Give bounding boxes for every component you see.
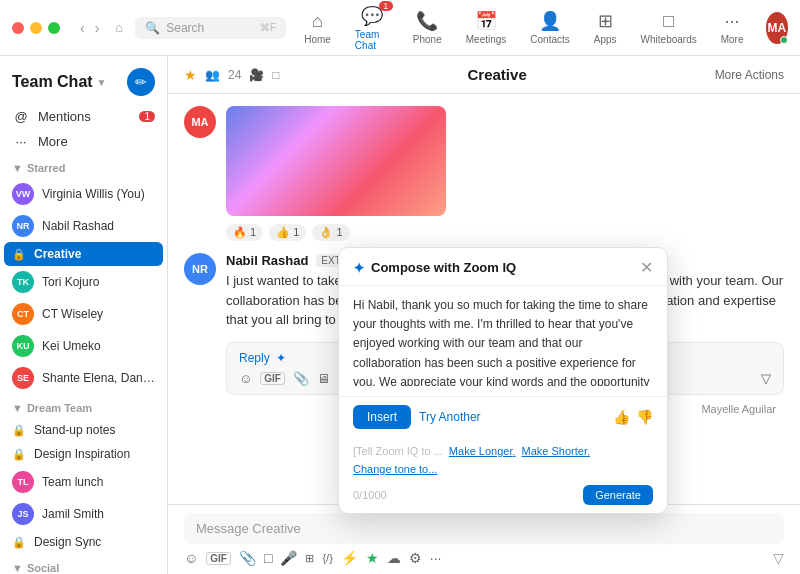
design-insp-lock-icon: 🔒 xyxy=(12,448,26,461)
counter-button[interactable]: ⊞ xyxy=(305,552,314,565)
thumbs-up-icon[interactable]: 👍 xyxy=(613,409,630,425)
screenshot-button[interactable]: □ xyxy=(264,550,272,566)
nav-meetings[interactable]: 📅 Meetings xyxy=(456,6,517,49)
suggestion-change-tone[interactable]: Change tone to... xyxy=(353,463,437,475)
sidebar-header: Team Chat ▼ ✏ xyxy=(0,56,167,104)
avatar-initials: MA xyxy=(767,21,786,35)
zoom-iq-header: ✦ Compose with Zoom IQ ✕ xyxy=(339,248,667,286)
cloud-button[interactable]: ☁ xyxy=(387,550,401,566)
star-icon[interactable]: ★ xyxy=(184,67,197,83)
reply-clip-icon[interactable]: 📎 xyxy=(293,371,309,386)
zoom-iq-input-row: 0/1000 Generate xyxy=(339,481,667,513)
nav-more[interactable]: ··· More xyxy=(711,7,754,49)
nav-apps[interactable]: ⊞ Apps xyxy=(584,6,627,49)
sidebar-item-design-inspiration[interactable]: 🔒 Design Inspiration xyxy=(0,442,167,466)
mentions-icon: @ xyxy=(12,109,30,124)
sidebar-item-virginia[interactable]: VW Virginia Willis (You) xyxy=(0,178,167,210)
gif-button[interactable]: GIF xyxy=(206,552,231,565)
settings-button[interactable]: ⚙ xyxy=(409,550,422,566)
code-button[interactable]: {/} xyxy=(322,552,332,564)
more-button[interactable]: ··· xyxy=(430,550,442,566)
team-lunch-name: Team lunch xyxy=(42,475,103,489)
sidebar-item-team-lunch[interactable]: TL Team lunch xyxy=(0,466,167,498)
standup-name: Stand-up notes xyxy=(34,423,115,437)
sidebar-item-creative[interactable]: 🔒 Creative xyxy=(4,242,163,266)
sidebar-section-social[interactable]: ▼ Social xyxy=(0,554,167,574)
sidebar-section-starred[interactable]: ▼ Starred xyxy=(0,154,167,178)
suggestion-make-shorter[interactable]: Make Shorter xyxy=(522,445,590,457)
reply-sparkle-icon: ✦ xyxy=(276,351,286,365)
sidebar-item-more[interactable]: ··· More xyxy=(0,129,167,154)
sidebar-item-design-sync[interactable]: 🔒 Design Sync xyxy=(0,530,167,554)
kei-avatar: KU xyxy=(12,335,34,357)
reply-gif-btn[interactable]: GIF xyxy=(260,372,285,385)
sidebar-item-nabil[interactable]: NR Nabil Rashad xyxy=(0,210,167,242)
nav-whiteboards-label: Whiteboards xyxy=(641,34,697,45)
reply-filter-icon[interactable]: ▽ xyxy=(761,371,771,386)
sidebar-title-chevron-icon: ▼ xyxy=(97,77,107,88)
try-another-button[interactable]: Try Another xyxy=(419,410,481,424)
format-button[interactable]: ▽ xyxy=(773,550,784,566)
online-status-badge xyxy=(780,36,788,44)
char-count: 0/1000 xyxy=(353,489,387,501)
creative-name: Creative xyxy=(34,247,81,261)
thumbs-down-icon[interactable]: 👎 xyxy=(636,409,653,425)
design-inspiration-name: Design Inspiration xyxy=(34,447,130,461)
maximize-button[interactable] xyxy=(48,22,60,34)
reaction-thumbs[interactable]: 👍 1 xyxy=(269,224,306,241)
sidebar-title-container[interactable]: Team Chat ▼ xyxy=(12,73,107,91)
reaction-fire[interactable]: 🔥 1 xyxy=(226,224,263,241)
reply-screen-icon[interactable]: 🖥 xyxy=(317,371,330,386)
compose-button[interactable]: ✏ xyxy=(127,68,155,96)
sidebar-item-jamil[interactable]: JS Jamil Smith xyxy=(0,498,167,530)
zoom-logo-button[interactable]: ⌂ xyxy=(111,18,127,37)
chat-header-left: ★ 👥 24 🎥 □ xyxy=(184,67,280,83)
more-actions-button[interactable]: More Actions xyxy=(715,68,784,82)
search-bar[interactable]: 🔍 Search ⌘F xyxy=(135,17,286,39)
kei-name: Kei Umeko xyxy=(42,339,101,353)
nav-team-chat[interactable]: 💬 Team Chat 1 xyxy=(345,1,399,55)
zoom-iq-actions: Insert Try Another 👍 👎 xyxy=(339,396,667,437)
reply-smiley-icon[interactable]: ☺ xyxy=(239,371,252,386)
sidebar-item-ct[interactable]: CT CT Wiseley xyxy=(0,298,167,330)
insert-button[interactable]: Insert xyxy=(353,405,411,429)
sidebar-title-text: Team Chat xyxy=(12,73,93,91)
nav-contacts[interactable]: 👤 Contacts xyxy=(520,6,579,49)
nav-phone[interactable]: 📞 Phone xyxy=(403,6,452,49)
members-count: 24 xyxy=(228,68,241,82)
back-button[interactable]: ‹ xyxy=(76,18,89,38)
emoji-button[interactable]: ☺ xyxy=(184,550,198,566)
nav-whiteboards[interactable]: □ Whiteboards xyxy=(631,7,707,49)
members-icon: 👥 xyxy=(205,68,220,82)
message-input[interactable]: Message Creative xyxy=(184,513,784,544)
video-icon[interactable]: 🎥 xyxy=(249,68,264,82)
nav-home[interactable]: ⌂ Home xyxy=(294,7,341,49)
message-input-bar: Message Creative ☺ GIF 📎 □ 🎤 ⊞ {/} ⚡ ★ ☁… xyxy=(168,504,800,574)
suggestion-make-longer[interactable]: Make Longer xyxy=(449,445,516,457)
generate-button[interactable]: Generate xyxy=(583,485,653,505)
forward-button[interactable]: › xyxy=(91,18,104,38)
reaction-like[interactable]: 👌 1 xyxy=(312,224,349,241)
sidebar-item-shante[interactable]: SE Shante Elena, Daniel Bow... xyxy=(0,362,167,394)
attachment-button[interactable]: 📎 xyxy=(239,550,256,566)
jamil-name: Jamil Smith xyxy=(42,507,104,521)
zoom-iq-close-button[interactable]: ✕ xyxy=(640,258,653,277)
minimize-button[interactable] xyxy=(30,22,42,34)
audio-button[interactable]: 🎤 xyxy=(280,550,297,566)
sidebar-item-mentions[interactable]: @ Mentions 1 xyxy=(0,104,167,129)
nav-team-chat-label: Team Chat xyxy=(355,29,389,51)
sidebar-section-dream-team[interactable]: ▼ Dream Team xyxy=(0,394,167,418)
close-button[interactable] xyxy=(12,22,24,34)
nabil-sender-name: Nabil Rashad xyxy=(226,253,308,268)
virginia-name: Virginia Willis (You) xyxy=(42,187,145,201)
zoom-apps-button[interactable]: ★ xyxy=(366,550,379,566)
share-icon[interactable]: □ xyxy=(272,68,279,82)
sidebar-item-tori[interactable]: TK Tori Kojuro xyxy=(0,266,167,298)
sidebar-item-standup[interactable]: 🔒 Stand-up notes xyxy=(0,418,167,442)
nabil-name: Nabil Rashad xyxy=(42,219,114,233)
sidebar-item-kei[interactable]: KU Kei Umeko xyxy=(0,330,167,362)
input-toolbar: ☺ GIF 📎 □ 🎤 ⊞ {/} ⚡ ★ ☁ ⚙ ··· ▽ xyxy=(184,550,784,566)
user-avatar[interactable]: MA xyxy=(766,12,788,44)
apps-button[interactable]: ⚡ xyxy=(341,550,358,566)
traffic-lights xyxy=(12,22,60,34)
